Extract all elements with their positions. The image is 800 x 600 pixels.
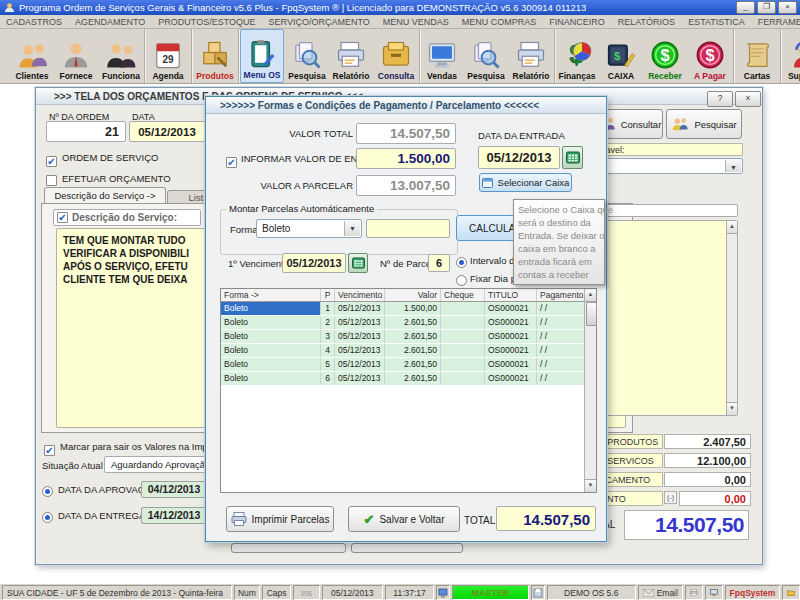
table-cell[interactable]: / / (537, 344, 586, 357)
scroll-up-icon[interactable]: ▲ (727, 221, 737, 234)
pesquisar-button[interactable]: Pesquisar (666, 109, 742, 139)
aprovacao-radio[interactable] (42, 483, 53, 501)
table-cell[interactable]: OS000021 (485, 316, 537, 329)
toolbar-suporte-button[interactable]: Suporte (783, 29, 800, 83)
table-cell[interactable]: / / (537, 330, 586, 343)
selecionar-caixa-button[interactable]: Selecionar Caixa (479, 173, 572, 192)
informar-entrada-checkbox[interactable]: ✔ (226, 152, 237, 170)
table-cell[interactable]: 05/12/2013 (335, 344, 385, 357)
toolbar-consulta-button[interactable]: Consulta (375, 29, 417, 83)
toolbar-pesquisa-button[interactable]: Pesquisa (465, 29, 507, 83)
vencimento-date-field[interactable]: 05/12/2013 (282, 253, 346, 273)
entrega-radio[interactable] (42, 509, 53, 527)
imprimir-parcelas-button[interactable]: Imprimir Parcelas (226, 506, 334, 532)
toolbar-pesquisa-button[interactable]: Pesquisa (286, 29, 328, 83)
table-row[interactable]: Boleto605/12/20132.601,50OS000021/ / (221, 372, 596, 386)
obs-scrollbar[interactable]: ▲ ▼ (726, 221, 737, 415)
aprovacao-date-field[interactable]: 04/12/2013 (141, 481, 207, 498)
table-header-cell[interactable]: Pagamento -> (537, 289, 586, 301)
minimize-button[interactable]: _ (736, 1, 755, 14)
forma-dropdown[interactable]: Boleto ▼ (256, 219, 362, 238)
table-cell[interactable] (441, 330, 485, 343)
table-cell[interactable]: OS000021 (485, 344, 537, 357)
toolbar-finanças-button[interactable]: $Finanças (556, 29, 598, 83)
num-parcelas-field[interactable]: 6 (428, 254, 450, 272)
parcelas-table[interactable]: Forma ->PVencimentoValorChequeTITULOPaga… (220, 288, 597, 493)
table-header-cell[interactable]: TITULO (485, 289, 537, 301)
table-cell[interactable]: 1 (321, 302, 335, 315)
order-number-field[interactable]: 21 (46, 121, 126, 142)
data-entrada-field[interactable]: 05/12/2013 (478, 146, 560, 169)
table-header-cell[interactable]: P (321, 289, 335, 301)
menu-item[interactable]: ESTATISTICA (688, 17, 745, 27)
table-cell[interactable]: 05/12/2013 (335, 372, 385, 385)
table-cell[interactable]: OS000021 (485, 302, 537, 315)
toolbar-funciona-button[interactable]: Funciona (100, 29, 142, 83)
calendar-button[interactable] (562, 146, 583, 169)
table-cell[interactable]: / / (537, 316, 586, 329)
table-cell[interactable]: OS000021 (485, 372, 537, 385)
hidden-button-right[interactable] (351, 543, 463, 553)
toolbar-vendas-button[interactable]: Vendas (421, 29, 463, 83)
chevron-down-icon[interactable]: ▼ (725, 160, 741, 172)
toolbar-menu-os-button[interactable]: Menu OS (240, 29, 284, 83)
descricao-checkbox[interactable]: ✔ (57, 212, 68, 223)
toolbar-receber-button[interactable]: $Receber (644, 29, 686, 83)
scroll-down-icon[interactable]: ▼ (727, 402, 737, 415)
menu-item[interactable]: FINANCEIRO (549, 17, 605, 27)
obs-field[interactable] (604, 204, 738, 217)
help-button[interactable]: ? (707, 91, 733, 107)
menu-item[interactable]: MENU COMPRAS (462, 17, 537, 27)
toolbar-a-pagar-button[interactable]: $A Pagar (689, 29, 731, 83)
table-cell[interactable]: Boleto (221, 330, 321, 343)
salvar-voltar-button[interactable]: ✔ Salvar e Voltar (348, 506, 460, 532)
table-row[interactable]: Boleto105/12/20131.500,00OS000021/ / (221, 302, 596, 316)
table-scrollbar[interactable]: ▲ ▼ (584, 289, 596, 492)
table-cell[interactable]: Boleto (221, 344, 321, 357)
table-cell[interactable]: 1.500,00 (385, 302, 441, 315)
close-button[interactable]: × (778, 1, 797, 14)
table-cell[interactable]: 5 (321, 358, 335, 371)
menu-item[interactable]: AGENDAMENTO (75, 17, 145, 27)
scroll-down-icon[interactable]: ▼ (585, 479, 596, 492)
monitor-icon[interactable] (705, 585, 723, 600)
toolbar-clientes-button[interactable]: Clientes (11, 29, 53, 83)
table-cell[interactable]: 6 (321, 372, 335, 385)
menu-item[interactable]: MENU VENDAS (383, 17, 449, 27)
forma-extra-field[interactable] (366, 219, 450, 238)
table-cell[interactable] (441, 302, 485, 315)
table-cell[interactable]: 2.601,50 (385, 344, 441, 357)
table-cell[interactable]: Boleto (221, 372, 321, 385)
toolbar-relatório-button[interactable]: Relatório (510, 29, 552, 83)
table-cell[interactable]: 05/12/2013 (335, 358, 385, 371)
table-row[interactable]: Boleto505/12/20132.601,50OS000021/ / (221, 358, 596, 372)
table-row[interactable]: Boleto405/12/20132.601,50OS000021/ / (221, 344, 596, 358)
table-header-cell[interactable]: Valor (385, 289, 441, 301)
table-cell[interactable]: 05/12/2013 (335, 316, 385, 329)
table-cell[interactable] (441, 344, 485, 357)
toolbar-caixa-button[interactable]: $CAIXA (600, 29, 642, 83)
table-cell[interactable]: 2.601,50 (385, 316, 441, 329)
table-cell[interactable] (441, 358, 485, 371)
table-header-cell[interactable]: Cheque (441, 289, 485, 301)
table-cell[interactable]: OS000021 (485, 330, 537, 343)
menu-item[interactable]: SERVIÇO/ORÇAMENTO (269, 17, 370, 27)
table-cell[interactable]: 2.601,50 (385, 358, 441, 371)
status-email[interactable]: Email (638, 585, 683, 600)
table-cell[interactable]: / / (537, 358, 586, 371)
table-header-cell[interactable]: Vencimento (335, 289, 385, 301)
entrega-date-field[interactable]: 14/12/2013 (141, 507, 207, 524)
order-date-field[interactable]: 05/12/2013 (129, 121, 205, 142)
window-close-button[interactable]: × (735, 91, 761, 107)
chevron-down-icon[interactable]: ▼ (344, 221, 360, 236)
toolbar-cartas-button[interactable]: Cartas (736, 29, 778, 83)
table-cell[interactable]: Boleto (221, 316, 321, 329)
table-cell[interactable]: 05/12/2013 (335, 302, 385, 315)
table-cell[interactable]: OS000021 (485, 358, 537, 371)
calendar-button[interactable] (348, 253, 368, 273)
ordem-servico-checkbox[interactable]: ✔ (46, 151, 57, 169)
menu-item[interactable]: RELATÓRIOS (618, 17, 675, 27)
menu-item[interactable]: CADASTROS (6, 17, 62, 27)
scrollbar-thumb[interactable] (586, 302, 597, 326)
table-row[interactable]: Boleto305/12/20132.601,50OS000021/ / (221, 330, 596, 344)
